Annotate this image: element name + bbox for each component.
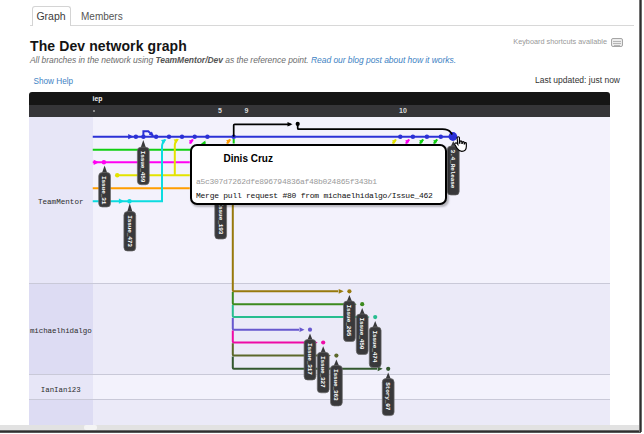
svg-text:Issue_327: Issue_327 — [319, 356, 326, 388]
svg-text:Issue_317: Issue_317 — [306, 343, 313, 375]
svg-text:Issue_193: Issue_193 — [217, 203, 224, 235]
svg-text:Issue_363: Issue_363 — [332, 369, 339, 401]
svg-text:Issue_31: Issue_31 — [100, 176, 107, 205]
svg-text:Issue_450: Issue_450 — [358, 318, 365, 350]
svg-text:Story_07: Story_07 — [384, 382, 391, 411]
svg-text:Issue_459: Issue_459 — [139, 151, 146, 183]
svg-text:Issue_473: Issue_473 — [126, 215, 133, 247]
svg-text:Issue_474: Issue_474 — [371, 331, 378, 363]
svg-text:Issue_205: Issue_205 — [345, 305, 352, 337]
